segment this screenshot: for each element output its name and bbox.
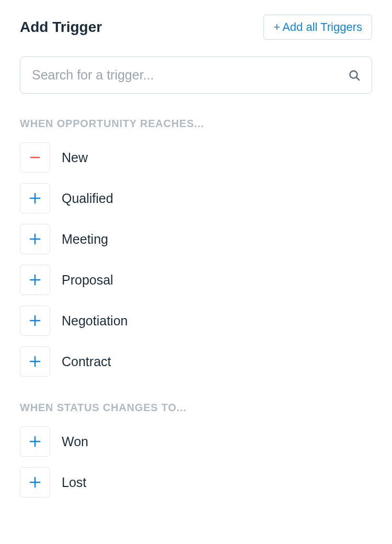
add-trigger-button[interactable] (20, 183, 50, 213)
trigger-label: Proposal (62, 273, 113, 288)
trigger-row-lost: Lost (20, 467, 372, 497)
opportunity-section: WHEN OPPORTUNITY REACHES... New Qualifie… (20, 118, 372, 377)
header: Add Trigger + Add all Triggers (20, 15, 372, 40)
trigger-row-proposal: Proposal (20, 265, 372, 295)
trigger-label: New (62, 150, 88, 165)
page-title: Add Trigger (20, 19, 102, 36)
plus-icon (29, 355, 41, 368)
trigger-label: Qualified (62, 191, 113, 206)
remove-trigger-button[interactable] (20, 142, 50, 173)
plus-icon (29, 314, 41, 327)
plus-icon (29, 476, 41, 489)
add-trigger-button[interactable] (20, 305, 50, 336)
trigger-row-contract: Contract (20, 346, 372, 377)
add-trigger-button[interactable] (20, 346, 50, 377)
add-all-label: Add all Triggers (282, 20, 362, 34)
trigger-label: Contract (62, 354, 111, 369)
trigger-row-qualified: Qualified (20, 183, 372, 213)
add-trigger-button[interactable] (20, 224, 50, 254)
trigger-label: Negotiation (62, 313, 128, 328)
status-section-heading: WHEN STATUS CHANGES TO... (20, 402, 372, 414)
trigger-row-negotiation: Negotiation (20, 305, 372, 336)
add-trigger-button[interactable] (20, 467, 50, 497)
search-icon (348, 69, 361, 82)
trigger-label: Meeting (62, 232, 108, 247)
status-section: WHEN STATUS CHANGES TO... Won Lost (20, 402, 372, 497)
trigger-label: Lost (62, 475, 86, 490)
minus-icon (29, 151, 41, 164)
add-trigger-button[interactable] (20, 426, 50, 457)
search-container (20, 56, 372, 94)
plus-icon (29, 192, 41, 205)
trigger-row-won: Won (20, 426, 372, 457)
add-trigger-button[interactable] (20, 265, 50, 295)
svg-line-1 (356, 77, 359, 80)
search-input[interactable] (20, 56, 372, 94)
opportunity-section-heading: WHEN OPPORTUNITY REACHES... (20, 118, 372, 130)
plus-icon (29, 233, 41, 245)
add-all-triggers-button[interactable]: + Add all Triggers (263, 15, 372, 40)
trigger-row-meeting: Meeting (20, 224, 372, 254)
plus-icon (29, 274, 41, 286)
trigger-label: Won (62, 434, 88, 449)
plus-icon: + (273, 20, 280, 34)
trigger-row-new: New (20, 142, 372, 173)
plus-icon (29, 435, 41, 448)
